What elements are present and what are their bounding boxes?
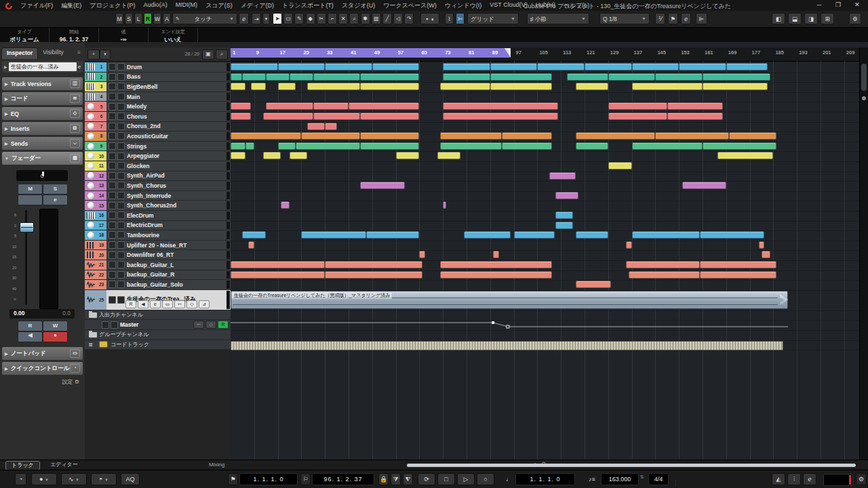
menu-item-ウィンドウ[interactable]: ウィンドウ(I) xyxy=(441,1,486,10)
iterative-quantize-button[interactable]: ⅟ xyxy=(655,13,665,24)
midi-event[interactable] xyxy=(325,123,336,130)
midi-event[interactable] xyxy=(325,63,372,70)
mute-button[interactable] xyxy=(108,296,116,304)
track-row[interactable]: 1Drum xyxy=(85,62,231,73)
add-track-button[interactable]: + xyxy=(87,49,100,60)
stop-button[interactable]: □ xyxy=(437,473,455,485)
restore-button[interactable]: ❐ xyxy=(830,0,846,10)
midi-event[interactable] xyxy=(440,142,502,150)
mute-button[interactable] xyxy=(108,231,116,239)
lower-zone-toggle[interactable]: ⬓ xyxy=(788,13,802,24)
menu-item-編集[interactable]: 編集(E) xyxy=(57,1,85,10)
tempo-field[interactable]: 163.000 xyxy=(601,473,639,485)
lock-icon[interactable]: 🔒 xyxy=(378,473,389,485)
solo-button[interactable] xyxy=(117,231,125,239)
solo-button[interactable] xyxy=(117,113,125,120)
track-row[interactable]: 15Synth_Chorus2nd xyxy=(85,201,231,211)
right-zone-toggle[interactable]: ◨ xyxy=(804,13,818,24)
midi-event[interactable] xyxy=(576,142,608,150)
mute-button[interactable] xyxy=(108,73,116,81)
midi-event[interactable] xyxy=(360,142,419,150)
toolbar-settings-gear-icon[interactable]: ⚙ xyxy=(849,13,861,24)
inspector-menu-icon[interactable]: ≡ xyxy=(75,47,83,59)
mute-button[interactable] xyxy=(108,162,116,169)
mute-button[interactable] xyxy=(108,113,116,120)
midi-event[interactable] xyxy=(266,102,313,110)
lanes-icon-button[interactable]: ⊫ xyxy=(696,13,707,24)
midi-event[interactable] xyxy=(263,152,281,159)
global-automation-a[interactable]: A xyxy=(163,13,171,24)
write-automation-button[interactable]: W xyxy=(43,321,68,331)
midi-event[interactable] xyxy=(301,231,366,239)
midi-event[interactable] xyxy=(576,132,655,140)
cycle-button[interactable]: ⟳ xyxy=(418,473,435,485)
track-row[interactable]: 11Glocken xyxy=(85,161,231,171)
midi-event[interactable] xyxy=(632,142,703,150)
solo-button[interactable] xyxy=(117,202,125,209)
midi-event[interactable] xyxy=(576,231,608,239)
edit-channel-button[interactable]: e xyxy=(150,300,161,308)
midi-event[interactable] xyxy=(290,152,307,159)
read-automation-button[interactable]: R xyxy=(218,321,229,329)
minimize-button[interactable]: ─ xyxy=(811,0,827,10)
midi-event[interactable] xyxy=(266,73,290,81)
midi-event[interactable] xyxy=(585,63,632,70)
split-tool[interactable]: ✂ xyxy=(317,13,326,24)
solo-button[interactable] xyxy=(117,83,125,90)
midi-event[interactable] xyxy=(251,83,266,90)
global-automation-l[interactable]: L xyxy=(134,13,142,24)
solo-button[interactable] xyxy=(117,271,125,279)
midi-event[interactable] xyxy=(682,182,726,189)
mute-button[interactable] xyxy=(108,172,116,180)
menu-item-ワークスペース[interactable]: ワークスペース(W) xyxy=(379,1,441,10)
autoscroll-button[interactable]: ⇥ xyxy=(252,13,261,24)
global-automation-w[interactable]: W xyxy=(153,13,161,24)
midi-event[interactable] xyxy=(248,241,254,249)
solo-button[interactable] xyxy=(117,251,125,259)
menu-item-メディア[interactable]: メディア(D) xyxy=(237,1,278,10)
mute-button[interactable] xyxy=(108,103,116,110)
track-row[interactable]: 4Main xyxy=(85,92,231,102)
solo-button[interactable] xyxy=(111,321,118,329)
midi-record-mode-button[interactable]: ◓ ▼ xyxy=(91,473,117,485)
midi-event[interactable] xyxy=(360,73,419,81)
object-select-tool[interactable]: ➤ xyxy=(273,13,282,24)
solo-button[interactable] xyxy=(117,211,125,219)
record-ready-button[interactable]: R xyxy=(125,300,136,308)
section-コード[interactable]: ▶コード≋ xyxy=(2,92,83,105)
midi-event[interactable] xyxy=(313,102,349,110)
zoom-tool[interactable]: ⌕ xyxy=(349,13,359,24)
midi-event[interactable] xyxy=(443,73,490,81)
solo-button[interactable] xyxy=(117,281,125,288)
mute-button[interactable] xyxy=(108,271,116,279)
mute-button[interactable] xyxy=(108,281,116,288)
midi-event[interactable] xyxy=(443,113,558,120)
zones-setup-toggle[interactable]: ⊞ xyxy=(821,13,834,24)
group-row[interactable]: グループチャンネル xyxy=(85,330,231,340)
solo-button[interactable] xyxy=(117,241,125,249)
listen-button[interactable] xyxy=(18,195,43,205)
midi-event[interactable] xyxy=(703,73,770,81)
solo-button[interactable] xyxy=(117,172,125,180)
color-tool[interactable]: ↷ xyxy=(404,13,414,24)
midi-event[interactable] xyxy=(325,261,422,268)
io-row[interactable]: 入出力チャンネル xyxy=(85,310,231,321)
section-EQ[interactable]: ▶EQ◇ xyxy=(2,107,83,120)
solo-button[interactable] xyxy=(117,192,125,199)
menu-item-スコア[interactable]: スコア(S) xyxy=(201,1,237,10)
edit-button[interactable]: e xyxy=(43,195,68,205)
punch-out-icon[interactable]: ⧨ xyxy=(403,473,413,485)
midi-event[interactable] xyxy=(700,271,776,279)
drumstick-tool-button[interactable]: ◓ ▼ xyxy=(420,13,439,24)
monitor-button[interactable]: ◀ xyxy=(138,300,149,308)
midi-event[interactable] xyxy=(372,63,420,70)
midi-event[interactable] xyxy=(464,231,511,239)
mute-button[interactable] xyxy=(108,202,116,209)
routing-icon[interactable]: ⇿ xyxy=(193,321,204,329)
midi-event[interactable] xyxy=(490,63,538,70)
midi-event[interactable] xyxy=(729,132,776,140)
gear-icon[interactable]: ⚙ xyxy=(75,379,79,385)
midi-event[interactable] xyxy=(278,63,326,70)
midi-event[interactable] xyxy=(366,231,419,239)
midi-event[interactable] xyxy=(231,261,325,268)
